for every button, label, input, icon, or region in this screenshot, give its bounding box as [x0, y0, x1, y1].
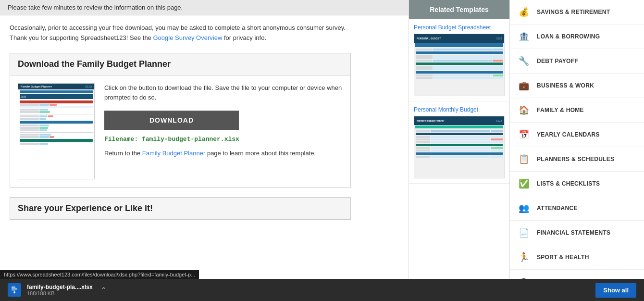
download-file-icon: [8, 283, 21, 297]
category-label-savings-retirement: SAVINGS & RETIREMENT: [537, 9, 610, 15]
filename-text: Filename: family-budget-planner.xlsx: [104, 136, 343, 143]
download-description: Click on the button to download the file…: [104, 83, 343, 103]
category-navigation: 💰 SAVINGS & RETIREMENT 🏦 LOAN & BORROWIN…: [509, 0, 644, 301]
url-text: https://www.spreadsheet123.com/files/dow…: [4, 272, 195, 277]
category-label-family-home: FAMILY & HOME: [537, 107, 584, 113]
related-item-title-personal-budget[interactable]: Personal Budget Spreadsheet: [414, 24, 505, 31]
google-survey-link[interactable]: Google Survey Overview: [153, 34, 222, 41]
survey-text-2: for privacy info.: [222, 34, 266, 41]
debt-payoff-icon: 🔧: [517, 54, 531, 68]
related-item-personal-budget[interactable]: Personal Budget Spreadsheet PERSONAL BUD…: [409, 19, 509, 101]
category-label-yearly-calendars: YEARLY CALENDARS: [537, 131, 600, 138]
category-item-savings-retirement[interactable]: 💰 SAVINGS & RETIREMENT: [510, 0, 644, 25]
family-home-icon: 🏠: [517, 103, 531, 117]
chevron-up-icon[interactable]: ⌃: [99, 284, 109, 297]
share-title: Share your Experience or Like it!: [10, 198, 350, 220]
financial-statements-icon: 📄: [517, 226, 531, 240]
category-item-business-work[interactable]: 💼 BUSINESS & WORK: [510, 74, 644, 98]
return-text-2: page to learn more about this template.: [205, 150, 316, 157]
download-bar-filename: family-budget-pla....xlsx: [27, 284, 93, 290]
category-label-attendance: ATTENDANCE: [537, 205, 578, 212]
business-work-icon: 💼: [517, 78, 531, 93]
category-label-loan-borrowing: LOAN & BORROWING: [537, 33, 600, 40]
svg-rect-2: [12, 289, 17, 289]
svg-rect-1: [12, 288, 17, 288]
family-budget-planner-link[interactable]: Family Budget Planner: [142, 150, 206, 157]
download-bar: family-budget-pla....xlsx 188/188 KB ⌃ S…: [0, 279, 644, 301]
download-bar-left: family-budget-pla....xlsx 188/188 KB ⌃: [8, 283, 109, 297]
related-thumbnail-personal-budget: PERSONAL BUDGET S123: [414, 34, 505, 96]
download-title: Download the Family Budget Planner: [10, 53, 350, 75]
top-notice: Please take few minutes to review the in…: [0, 0, 409, 15]
top-notice-text: Please take few minutes to review the in…: [8, 4, 183, 11]
category-label-sport-health: SPORT & HEALTH: [537, 254, 589, 261]
template-preview-image: Family Budget Planner S123 2025: [18, 83, 95, 179]
category-item-planners-schedules[interactable]: 📋 PLANNERS & SCHEDULES: [510, 147, 644, 172]
category-item-loan-borrowing[interactable]: 🏦 LOAN & BORROWING: [510, 25, 644, 49]
category-item-financial-statements[interactable]: 📄 FINANCIAL STATEMENTS: [510, 221, 644, 245]
download-bar-size: 188/188 KB: [27, 290, 93, 296]
savings-retirement-icon: 💰: [517, 5, 531, 19]
category-label-business-work: BUSINESS & WORK: [537, 82, 594, 89]
category-label-financial-statements: FINANCIAL STATEMENTS: [537, 229, 610, 236]
attendance-icon: 👥: [517, 201, 531, 215]
lists-checklists-icon: ✅: [517, 176, 531, 191]
related-item-title-personal-monthly[interactable]: Personal Monthly Budget: [414, 106, 505, 113]
category-item-yearly-calendars[interactable]: 📅 YEARLY CALENDARS: [510, 123, 644, 147]
category-item-family-home[interactable]: 🏠 FAMILY & HOME: [510, 98, 644, 123]
category-item-attendance[interactable]: 👥 ATTENDANCE: [510, 196, 644, 221]
category-label-planners-schedules: PLANNERS & SCHEDULES: [537, 156, 614, 163]
related-thumbnail-personal-monthly: Monthly Budget Planner S123: [414, 116, 505, 178]
loan-borrowing-icon: 🏦: [517, 29, 531, 44]
share-section: Share your Experience or Like it!: [10, 197, 351, 220]
category-label-debt-payoff: DEBT PAYOFF: [537, 58, 578, 64]
svg-rect-3: [12, 290, 15, 290]
yearly-calendars-icon: 📅: [517, 127, 531, 142]
related-templates-sidebar: Related Templates Personal Budget Spread…: [409, 0, 509, 301]
survey-notice: Occasionally, prior to accessing your fr…: [10, 23, 351, 43]
category-label-lists-checklists: LISTS & CHECKLISTS: [537, 180, 600, 187]
related-item-personal-monthly[interactable]: Personal Monthly Budget Monthly Budget P…: [409, 101, 509, 184]
url-status-bar: https://www.spreadsheet123.com/files/dow…: [0, 270, 199, 279]
return-link-text: Return to the Family Budget Planner page…: [104, 149, 343, 159]
download-section: Download the Family Budget Planner Famil…: [10, 53, 351, 188]
svg-rect-0: [12, 287, 15, 288]
show-all-button[interactable]: Show all: [595, 283, 636, 298]
download-bar-info: family-budget-pla....xlsx 188/188 KB: [27, 284, 93, 296]
return-text-1: Return to the: [104, 150, 142, 157]
sport-health-icon: 🏃: [517, 250, 531, 264]
download-button[interactable]: DOWNLOAD: [104, 111, 239, 130]
related-templates-header: Related Templates: [409, 0, 509, 19]
category-item-lists-checklists[interactable]: ✅ LISTS & CHECKLISTS: [510, 172, 644, 196]
category-item-debt-payoff[interactable]: 🔧 DEBT PAYOFF: [510, 49, 644, 74]
category-item-sport-health[interactable]: 🏃 SPORT & HEALTH: [510, 245, 644, 270]
planners-schedules-icon: 📋: [517, 152, 531, 166]
